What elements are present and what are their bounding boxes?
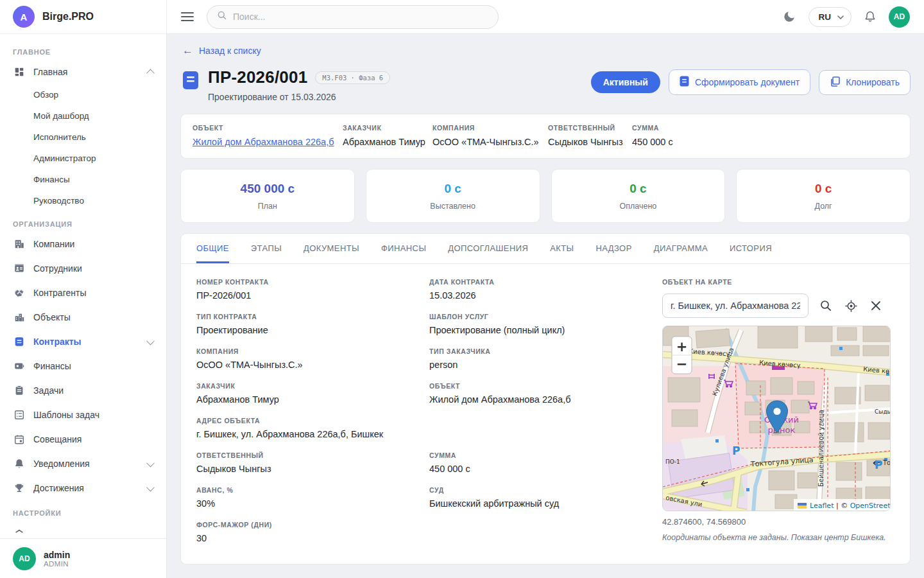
field-value: person — [429, 360, 656, 370]
language-selector[interactable]: RU — [809, 7, 852, 27]
sidebar-subitem-executor[interactable]: Исполнитель — [0, 127, 166, 148]
sidebar-item-finances[interactable]: Финансы — [0, 354, 166, 378]
tab-history[interactable]: ИСТОРИЯ — [730, 234, 772, 263]
sidebar-item-meetings[interactable]: Совещания — [0, 427, 166, 451]
summary-label: ЗАКАЗЧИК — [343, 124, 432, 132]
field-value: 30% — [196, 498, 423, 509]
app-name: Birge.PRO — [42, 11, 94, 22]
object-link[interactable]: Жилой дом Абрахманова 226а,б — [193, 137, 334, 147]
field-value: г. Бишкек, ул. Абрахманова 226а,б, Бишке… — [196, 429, 423, 439]
tab-stages[interactable]: ЭТАПЫ — [251, 234, 282, 263]
clone-button[interactable]: Клонировать — [819, 70, 911, 95]
chevron-down-icon — [148, 459, 153, 469]
parking-label: P — [732, 444, 740, 457]
status-badge[interactable]: Активный — [591, 71, 660, 93]
hamburger-menu-icon[interactable] — [181, 12, 194, 22]
summary-value: 450 000 с — [632, 137, 898, 147]
tab-addendums[interactable]: ДОПСОГЛАШЕНИЯ — [448, 234, 528, 263]
tab-acts[interactable]: АКТЫ — [550, 234, 574, 263]
section-label-settings: НАСТРОЙКИ — [0, 500, 166, 521]
sidebar-subitem-finance[interactable]: Финансы — [0, 169, 166, 190]
zoom-in-button[interactable]: + — [676, 339, 688, 355]
generate-document-button[interactable]: Сформировать документ — [669, 69, 810, 95]
topbar-avatar[interactable]: AD — [889, 6, 910, 28]
field-label: ТИП КОНТРАКТА — [196, 313, 423, 320]
bell-icon — [13, 457, 26, 470]
trophy-icon — [13, 482, 26, 495]
field-value: Проектирование (полный цикл) — [429, 325, 656, 335]
map-locate-icon[interactable] — [843, 298, 859, 314]
sidebar-item-achievements[interactable]: Достижения — [0, 476, 166, 500]
field-label: ФОРС-МАЖОР (ДНИ) — [196, 521, 423, 529]
dark-mode-toggle[interactable] — [781, 8, 798, 25]
notifications-bell-icon[interactable] — [862, 9, 878, 24]
summary-company: КОМПАНИЯ ОсОО «ТМА-Чынгыз.С.» — [432, 124, 548, 147]
sidebar-subitem-overview[interactable]: Обзор — [0, 84, 166, 105]
clipboard-icon — [13, 384, 26, 397]
summary-label: ОБЪЕКТ — [193, 124, 343, 132]
sidebar-item-objects[interactable]: Объекты — [0, 305, 166, 329]
sidebar-subitem-guide[interactable]: Руководство — [0, 190, 166, 211]
map-address-input[interactable] — [662, 293, 809, 318]
app-logo-icon: A — [13, 6, 35, 28]
svg-text:Leaflet | © OpenStreetMap: Leaflet | © OpenStreetMap — [810, 502, 891, 510]
search-input[interactable] — [233, 12, 488, 22]
summary-value: Сыдыков Чынгыз — [548, 137, 632, 147]
tab-finances[interactable]: ФИНАНСЫ — [381, 234, 426, 263]
user-role: ADMIN — [44, 560, 70, 568]
sidebar-item-home[interactable]: Главная — [0, 60, 166, 84]
map-zoom-control[interactable]: + − — [672, 337, 692, 374]
back-to-list-link[interactable]: ← Назад к списку — [182, 45, 261, 56]
sidebar-item-counterparties[interactable]: Контрагенты — [0, 281, 166, 305]
sidebar-item-tasks[interactable]: Задачи — [0, 378, 166, 403]
sidebar-subitem-administrator[interactable]: Администратор — [0, 148, 166, 169]
leaflet-map[interactable]: P P Киев көчөсү — [662, 326, 891, 511]
stat-value: 450 000 с — [241, 182, 295, 196]
logo-row[interactable]: A Birge.PRO — [0, 0, 166, 34]
street-label: Ток — [882, 459, 891, 466]
sidebar-item-notifications[interactable]: Уведомления — [0, 451, 166, 476]
summary-object: ОБЪЕКТ Жилой дом Абрахманова 226а,б — [193, 124, 343, 147]
summary-responsible: ОТВЕТСТВЕННЫЙ Сыдыков Чынгыз — [548, 124, 632, 147]
zoom-out-button[interactable]: − — [676, 356, 688, 372]
tab-supervision[interactable]: НАДЗОР — [596, 234, 632, 263]
sidebar-item-task-templates[interactable]: Шаблоны задач — [0, 403, 166, 427]
street-label: Сыдыко — [875, 408, 891, 415]
tab-diagram[interactable]: ДИАГРАММА — [654, 234, 708, 263]
stat-label: План — [258, 202, 277, 211]
summary-customer: ЗАКАЗЧИК Абрахманов Тимур — [343, 124, 432, 147]
field-value: 15.03.2026 — [429, 290, 656, 301]
sidebar-item-label: Объекты — [33, 312, 71, 322]
sidebar-item-label: Главная — [33, 67, 67, 77]
page-title: ПР-2026/001 — [208, 67, 307, 87]
sidebar-user[interactable]: AD admin ADMIN — [0, 538, 166, 578]
sidebar-item-companies[interactable]: Компании — [0, 232, 166, 256]
sidebar-item-label: Совещания — [33, 434, 81, 444]
leaflet-link[interactable]: Leaflet — [810, 502, 834, 510]
fields-column-left: НОМЕР КОНТРАКТАПР-2026/001 ТИП КОНТРАКТА… — [196, 278, 423, 556]
map-section: ОБЪЕКТ НА КАРТЕ — [662, 278, 894, 556]
sidebar-item-label: Уведомления — [33, 459, 90, 469]
summary-label: КОМПАНИЯ — [432, 124, 548, 132]
stat-label: Выставлено — [430, 202, 475, 211]
tab-documents[interactable]: ДОКУМЕНТЫ — [304, 234, 359, 263]
back-arrow-icon: ← — [182, 45, 193, 56]
field-label: ОБЪЕКТ — [429, 382, 656, 390]
stat-value: 0 с — [815, 182, 832, 196]
sidebar-item-employees[interactable]: Сотрудники — [0, 256, 166, 281]
stat-card-invoiced: 0 с Выставлено — [366, 169, 540, 223]
summary-label: ОТВЕТСТВЕННЫЙ — [548, 124, 632, 132]
field-value: Сыдыков Чынгыз — [196, 464, 423, 474]
osm-link[interactable]: OpenStreetMap — [850, 502, 891, 510]
map-clear-icon[interactable] — [869, 299, 883, 313]
sidebar-subitem-my-dashboard[interactable]: Мой дашборд — [0, 105, 166, 127]
tab-general[interactable]: ОБЩИЕ — [196, 234, 229, 263]
sidebar-item-contracts[interactable]: Контракты — [0, 329, 166, 354]
map-canvas: P P Киев көчөсү — [663, 326, 891, 511]
clone-label: Клонировать — [846, 77, 900, 87]
parking-label: P — [875, 459, 882, 471]
global-search[interactable] — [207, 5, 499, 29]
app-window: A Birge.PRO ГЛАВНОЕ Главная Обзор Мой да… — [0, 0, 924, 578]
map-search-icon[interactable] — [818, 298, 834, 313]
stat-label: Оплачено — [619, 202, 656, 211]
